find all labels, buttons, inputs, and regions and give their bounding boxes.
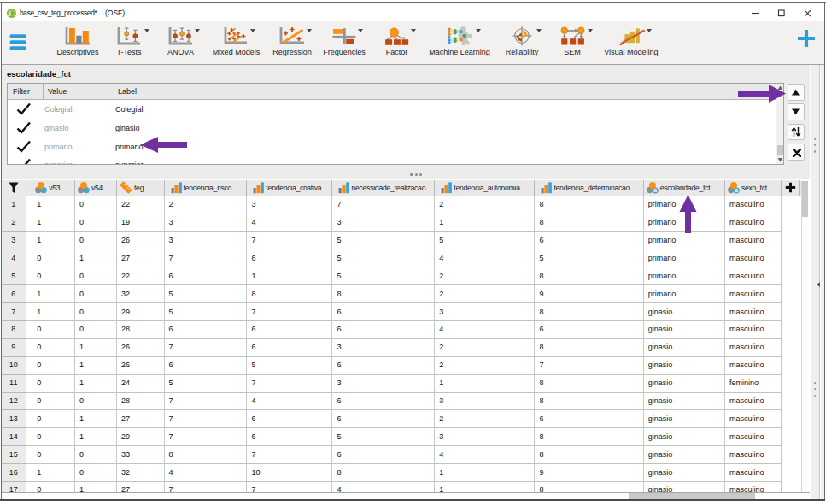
svg-text:a: a [653,187,657,193]
svg-text:a: a [735,187,738,193]
